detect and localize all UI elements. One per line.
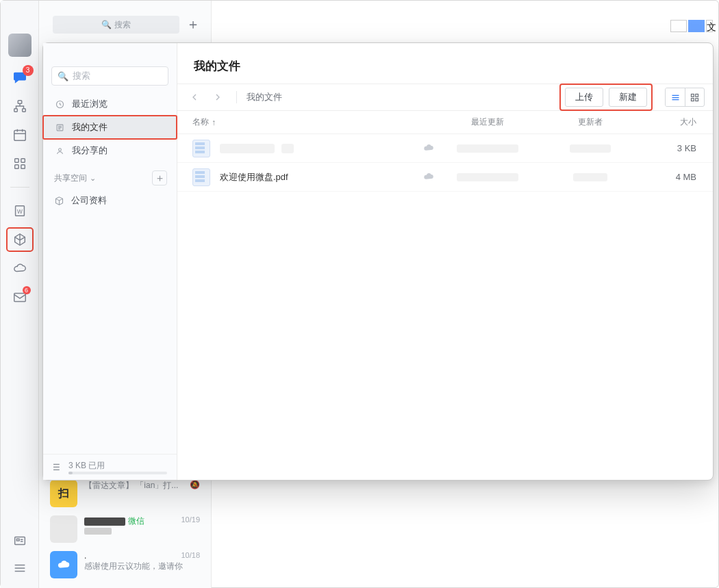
clock-icon: [54, 99, 65, 110]
chat-snippet: 【雷达文章】 「ian」打...: [84, 480, 178, 491]
doc-icon[interactable]: W: [12, 203, 28, 219]
cell-redacted: [457, 173, 518, 181]
chat-list-item[interactable]: .10/18 感谢使用云议功能，邀请你: [45, 547, 205, 583]
parent-search-input[interactable]: [53, 16, 179, 34]
folder-icon: [54, 122, 65, 133]
svg-rect-19: [696, 98, 698, 101]
sidebar-item-company[interactable]: 公司资料: [43, 190, 177, 212]
svg-text:W: W: [17, 209, 23, 215]
file-row[interactable]: 欢迎使用微盘.pdf 4 MB: [177, 163, 713, 192]
svg-rect-6: [14, 165, 18, 169]
menu-icon[interactable]: [12, 560, 28, 576]
chat-avatar: [50, 515, 77, 543]
sidebar-item-recent[interactable]: 最近浏览: [43, 92, 177, 116]
list-view-button[interactable]: [666, 88, 685, 106]
mute-icon: 🔕: [190, 480, 200, 491]
compose-button[interactable]: ＋: [186, 18, 200, 31]
user-avatar[interactable]: [8, 34, 31, 57]
chat-date: 10/18: [181, 551, 200, 561]
svg-rect-2: [22, 109, 25, 112]
drive-search-input[interactable]: 🔍 搜索: [51, 66, 168, 86]
file-size: 4 MB: [642, 172, 696, 182]
sidebar-item-myfiles[interactable]: 我的文件: [43, 116, 177, 139]
file-row[interactable]: 3 KB: [177, 134, 713, 163]
file-name-redacted: [281, 144, 294, 153]
chat-list-item[interactable]: 扫 【雷达文章】 「ian」打...🔕: [45, 476, 205, 511]
col-updated-by[interactable]: 更新者: [539, 116, 642, 128]
nav-forward-button[interactable]: [209, 88, 227, 106]
sort-arrow-icon: ↑: [212, 118, 216, 127]
cloud-status-icon: [422, 142, 436, 155]
svg-rect-0: [18, 101, 22, 104]
menu-icon[interactable]: ☰: [53, 463, 60, 472]
chat-snippet: 感谢使用云议功能，邀请你: [84, 561, 200, 572]
sidebar-item-label: 最近浏览: [72, 98, 108, 110]
storage-text: 3 KB 已用: [68, 460, 167, 472]
file-name: 欢迎使用微盘.pdf: [220, 171, 288, 183]
chat-date: 10/19: [181, 515, 200, 527]
svg-rect-10: [14, 294, 25, 302]
calendar-icon[interactable]: [12, 127, 28, 143]
nav-back-button[interactable]: [186, 88, 203, 106]
toolbar-separator: [236, 91, 237, 103]
card-icon[interactable]: [12, 533, 28, 549]
chat-name: .: [84, 551, 86, 561]
page-title: 我的文件: [177, 43, 713, 84]
box-icon: [54, 196, 64, 206]
svg-rect-5: [21, 159, 25, 163]
upload-button[interactable]: 上传: [565, 88, 603, 107]
storage-bar: [68, 472, 167, 474]
svg-rect-7: [21, 165, 25, 169]
chat-avatar: [50, 551, 77, 578]
chat-list-item[interactable]: 微信10/19: [45, 511, 205, 547]
cloud-icon[interactable]: [12, 260, 28, 277]
table-header: 名称 ↑ 最近更新 更新者 大小: [177, 111, 713, 134]
view-toggle: [665, 88, 705, 107]
mail-badge: 6: [23, 286, 31, 294]
sidebar-item-label: 我分享的: [72, 144, 108, 157]
file-thumb-icon: [192, 168, 210, 186]
sidebar-item-label: 我的文件: [72, 121, 108, 133]
drive-main: 我的文件 我的文件 上传 新建 名称 ↑ 最近更新 更新者 大小: [177, 43, 713, 480]
chat-avatar: 扫: [50, 480, 77, 507]
col-updated[interactable]: 最近更新: [436, 116, 539, 128]
add-space-button[interactable]: ＋: [152, 170, 167, 186]
cloud-status-icon: [422, 170, 436, 184]
toolbar: 我的文件 上传 新建: [177, 84, 713, 111]
col-size[interactable]: 大小: [642, 116, 696, 128]
cell-redacted: [573, 173, 607, 181]
apps-icon[interactable]: [12, 155, 28, 172]
cell-redacted: [457, 144, 518, 153]
left-rail: 3 W 6: [1, 1, 39, 588]
drive-sidebar: 🔍 搜索 最近浏览 我的文件 我分享的 共享空间⌄ ＋ 公司资料: [43, 43, 177, 480]
storage-footer: ☰ 3 KB 已用: [43, 454, 177, 480]
new-button[interactable]: 新建: [609, 88, 647, 107]
mail-icon[interactable]: 6: [12, 289, 28, 305]
upload-new-highlight: 上传 新建: [559, 84, 653, 111]
grid-view-button[interactable]: [685, 88, 704, 106]
search-placeholder: 搜索: [73, 70, 90, 82]
drive-icon[interactable]: [12, 231, 28, 248]
chevron-down-icon[interactable]: ⌄: [90, 174, 96, 183]
drive-window: 🔍 搜索 最近浏览 我的文件 我分享的 共享空间⌄ ＋ 公司资料: [42, 42, 714, 481]
file-name-redacted: [220, 144, 275, 153]
drive-icon-highlight: [6, 227, 34, 252]
org-icon[interactable]: [12, 98, 28, 114]
svg-rect-12: [16, 539, 19, 541]
breadcrumb[interactable]: 我的文件: [247, 91, 282, 103]
cell-redacted: [570, 144, 611, 153]
col-name[interactable]: 名称 ↑: [192, 116, 436, 128]
rail-separator: [10, 187, 29, 188]
chat-icon[interactable]: 3: [12, 69, 28, 86]
sidebar-section-shared-space: 共享空间⌄ ＋: [43, 162, 177, 190]
person-icon: [54, 145, 65, 156]
svg-rect-17: [696, 94, 698, 97]
sidebar-item-label: 公司资料: [71, 194, 107, 207]
top-right-preview-chip: 文: [670, 20, 713, 32]
svg-rect-18: [692, 98, 694, 101]
chat-source-label: 微信: [128, 515, 144, 527]
file-thumb-icon: [192, 140, 210, 157]
section-label: 共享空间: [54, 172, 87, 184]
sidebar-item-shared[interactable]: 我分享的: [43, 139, 177, 162]
svg-rect-3: [14, 131, 25, 141]
